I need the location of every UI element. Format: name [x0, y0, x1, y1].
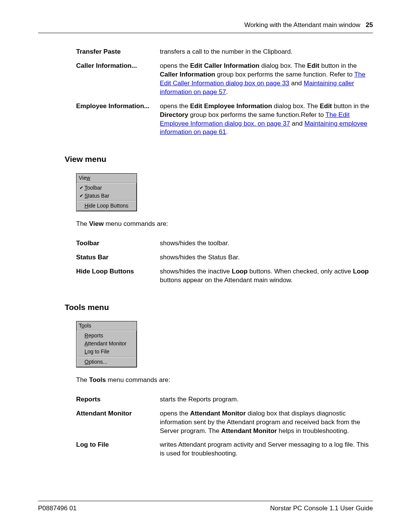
tools-menu-panel: ReportsAttendant MonitorLog to FileOptio…: [76, 331, 137, 367]
check-icon: ✔: [78, 185, 84, 191]
definition-description: shows/hides the toolbar.: [160, 239, 373, 248]
check-icon: ✔: [78, 193, 84, 199]
definition-term: Status Bar: [76, 253, 160, 262]
definition-term: Log to File: [76, 441, 160, 449]
footer: P0887496 01 Norstar PC Console 1.1 User …: [38, 501, 373, 513]
menu-item[interactable]: ✔Toolbar: [77, 184, 136, 192]
tools-menu-mock: Tools ReportsAttendant MonitorLog to Fil…: [76, 321, 137, 367]
definition-description: writes Attendant program activity and Se…: [160, 441, 373, 458]
definition-description: shows/hides the Status Bar.: [160, 253, 373, 262]
definition-description: opens the Edit Employee Information dial…: [160, 102, 373, 137]
menu-item[interactable]: Hide Loop Buttons: [77, 202, 136, 210]
menu-item-label: Reports: [84, 332, 103, 339]
definition-term: Attendant Monitor: [76, 409, 160, 418]
definition-row: Transfer Pastetransfers a call to the nu…: [76, 48, 373, 56]
menu-item-label: Toolbar: [84, 184, 102, 192]
definition-row: Employee Information...opens the Edit Em…: [76, 102, 373, 137]
definition-row: Status Barshows/hides the Status Bar.: [76, 253, 373, 262]
definition-term: Toolbar: [76, 239, 160, 248]
footer-right: Norstar PC Console 1.1 User Guide: [270, 504, 373, 513]
definition-row: Reportsstarts the Reports program.: [76, 395, 373, 404]
definition-description: shows/hides the inactive Loop buttons. W…: [160, 267, 373, 285]
footer-left: P0887496 01: [38, 504, 76, 513]
definition-term: Reports: [76, 395, 160, 404]
definition-term: Hide Loop Buttons: [76, 267, 160, 276]
definition-description: starts the Reports program.: [160, 395, 373, 404]
edit-menu-rows: Transfer Pastetransfers a call to the nu…: [76, 48, 373, 137]
view-menu-panel: ✔Toolbar✔Status BarHide Loop Buttons: [76, 183, 137, 211]
menu-separator: [78, 356, 135, 357]
tools-intro: The Tools menu commands are:: [76, 376, 373, 385]
menu-item[interactable]: Log to File: [77, 348, 136, 356]
tools-heading: Tools menu: [65, 302, 373, 313]
running-header: Working with the Attendant main window 2…: [38, 21, 373, 33]
menu-item-label: Attendant Monitor: [84, 340, 127, 347]
menu-item[interactable]: ✔Status Bar: [77, 192, 136, 200]
definition-row: Caller Information...opens the Edit Call…: [76, 62, 373, 97]
view-heading: View menu: [65, 154, 373, 165]
menu-item[interactable]: Attendant Monitor: [77, 340, 136, 348]
definition-row: Attendant Monitoropens the Attendant Mon…: [76, 409, 373, 436]
menu-item[interactable]: Options...: [77, 358, 136, 366]
tools-menu-rows: Reportsstarts the Reports program.Attend…: [76, 395, 373, 459]
definition-description: transfers a call to the number in the Cl…: [160, 48, 373, 56]
menu-item-label: Status Bar: [84, 192, 109, 200]
menu-item[interactable]: Reports: [77, 332, 136, 340]
menu-item-label: Options...: [84, 358, 107, 366]
definition-description: opens the Attendant Monitor dialog box t…: [160, 409, 373, 436]
view-intro: The View menu commands are:: [76, 220, 373, 228]
view-menu-rows: Toolbarshows/hides the toolbar.Status Ba…: [76, 239, 373, 285]
definition-row: Log to Filewrites Attendant program acti…: [76, 441, 373, 458]
definition-row: Toolbarshows/hides the toolbar.: [76, 239, 373, 248]
page-number: 25: [366, 21, 373, 29]
definition-term: Transfer Paste: [76, 48, 160, 56]
definition-row: Hide Loop Buttonsshows/hides the inactiv…: [76, 267, 373, 285]
definition-term: Employee Information...: [76, 102, 160, 111]
tools-menu-title: Tools: [76, 321, 137, 331]
menu-separator: [78, 200, 135, 201]
menu-item-label: Log to File: [84, 348, 109, 355]
main-content: Transfer Pastetransfers a call to the nu…: [38, 48, 373, 458]
view-menu-mock: View ✔Toolbar✔Status BarHide Loop Button…: [76, 173, 137, 212]
header-text: Working with the Attendant main window: [244, 21, 360, 29]
menu-item-label: Hide Loop Buttons: [84, 202, 128, 209]
view-menu-title: View: [76, 174, 137, 183]
definition-term: Caller Information...: [76, 62, 160, 70]
document-page: Working with the Attendant main window 2…: [0, 0, 411, 532]
definition-description: opens the Edit Caller Information dialog…: [160, 62, 373, 97]
